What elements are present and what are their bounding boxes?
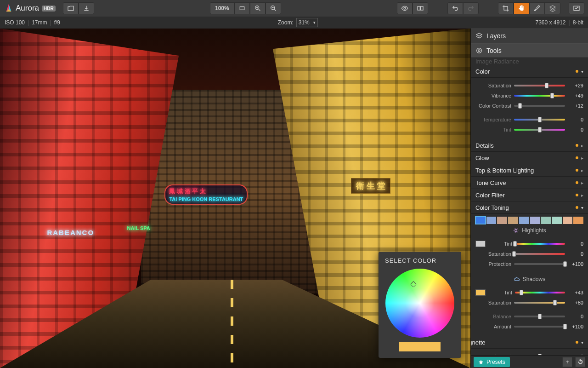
slider-track[interactable] xyxy=(514,299,565,306)
slider-track[interactable] xyxy=(514,82,565,89)
slider-label: Color Contrast xyxy=(475,103,511,109)
hdr-badge: HDR xyxy=(42,6,56,12)
brush-button[interactable] xyxy=(529,2,545,14)
image-canvas[interactable]: TAI PING KOON RESTAURANT RABEANCO 衛 生 堂 … xyxy=(0,29,470,368)
section-colortoning-header[interactable]: Color Toning▾ xyxy=(471,201,588,214)
zoom-100-button[interactable]: 100% xyxy=(210,2,234,14)
sun-icon xyxy=(513,227,519,234)
reset-button[interactable] xyxy=(575,357,585,367)
swatch[interactable] xyxy=(552,217,562,224)
slider-amount: Amount 0 xyxy=(475,351,583,355)
aperture-label: f/9 xyxy=(54,19,60,26)
slider-value: 0 xyxy=(568,117,583,122)
slider-label: Tint xyxy=(488,290,512,295)
layers-button[interactable] xyxy=(545,2,560,14)
slider-label: Saturation xyxy=(475,83,511,88)
fit-button[interactable] xyxy=(234,2,250,14)
undo-button[interactable] xyxy=(447,2,463,14)
dimensions-label: 7360 x 4912 xyxy=(535,19,565,26)
slider-saturation: Saturation 0 xyxy=(475,249,583,259)
zoom-in-button[interactable] xyxy=(250,2,266,14)
highlights-body: Tint 0 Saturation 0 Protection +100 xyxy=(471,236,588,274)
section-colorfilter-header[interactable]: Color Filter▸ xyxy=(471,189,588,201)
history-group xyxy=(447,2,479,14)
section-glow-header[interactable]: Glow▸ xyxy=(471,152,588,164)
slider-value: +12 xyxy=(568,103,583,109)
color-wheel-cursor[interactable] xyxy=(410,281,416,288)
slider-track[interactable] xyxy=(514,126,565,133)
slider-amount: Amount +100 xyxy=(475,322,583,332)
layers-panel-header[interactable]: Layers xyxy=(471,29,588,43)
presets-button[interactable]: Presets xyxy=(474,357,510,367)
section-vignette-header[interactable]: Vignette▾ xyxy=(471,336,588,349)
zoom-select[interactable]: 31%▾ xyxy=(296,18,318,27)
swatch[interactable] xyxy=(519,217,529,224)
shadows-body: Tint +43 Saturation +80 Balance 0 Amount… xyxy=(471,285,588,336)
section-tonecurve-header[interactable]: Tone Curve▸ xyxy=(471,177,588,189)
slider-value: +100 xyxy=(568,324,583,329)
swatch[interactable] xyxy=(573,217,583,224)
slider-track[interactable] xyxy=(514,313,565,320)
slider-value: +29 xyxy=(568,83,583,88)
neon-sign-nailspa: NAIL SPA xyxy=(127,225,150,231)
truncated-section: Image Radiance xyxy=(471,58,588,65)
slider-protection: Protection +100 xyxy=(475,259,583,269)
svg-point-7 xyxy=(477,48,482,53)
bitdepth-label: 8-bit xyxy=(573,19,583,26)
slider-track[interactable] xyxy=(515,289,565,296)
app-logo: Aurora HDR xyxy=(4,3,56,13)
swatch[interactable] xyxy=(475,217,486,224)
slider-track[interactable] xyxy=(514,116,565,123)
slider-track[interactable] xyxy=(515,241,565,247)
slider-tint: Tint 0 xyxy=(475,239,583,249)
compare-button[interactable] xyxy=(413,2,428,14)
section-details-header[interactable]: Details▸ xyxy=(471,139,588,152)
slider-temperature: Temperature 0 xyxy=(475,115,583,125)
zoom-out-button[interactable] xyxy=(266,2,281,14)
slider-balance: Balance 0 xyxy=(475,311,583,322)
preview-button[interactable] xyxy=(397,2,413,14)
slider-label: Vibrance xyxy=(475,93,511,98)
tools-panel-header[interactable]: Tools xyxy=(471,43,588,58)
svg-rect-4 xyxy=(418,6,420,10)
shadows-subheader: Shadows xyxy=(471,274,588,285)
slider-track[interactable] xyxy=(514,261,565,267)
slider-track[interactable] xyxy=(514,92,565,99)
slider-label: Saturation xyxy=(475,300,511,305)
info-bar: ISO 100| 17mm| f/9 Zoom: 31%▾ 7360 x 491… xyxy=(0,17,588,29)
swatch[interactable] xyxy=(530,217,540,224)
section-color-header[interactable]: Color▾ xyxy=(471,65,588,78)
slider-label: Amount xyxy=(475,324,511,329)
panel-footer: Presets + xyxy=(471,355,588,368)
redo-button[interactable] xyxy=(463,2,479,14)
slider-tint: Tint 0 xyxy=(475,125,583,135)
slider-value: +80 xyxy=(568,300,583,305)
svg-rect-0 xyxy=(240,7,244,10)
cloud-icon xyxy=(514,276,520,282)
tint-chip xyxy=(475,289,486,296)
hand-button[interactable] xyxy=(514,2,529,14)
color-wheel[interactable] xyxy=(385,269,454,338)
open-button[interactable] xyxy=(63,2,79,14)
slider-track[interactable] xyxy=(514,323,565,330)
swatch[interactable] xyxy=(541,217,551,224)
neon-sign-restaurant: TAI PING KOON RESTAURANT xyxy=(164,184,248,205)
slider-track[interactable] xyxy=(514,353,565,355)
swatch[interactable] xyxy=(486,217,497,224)
swatch[interactable] xyxy=(497,217,507,224)
add-button[interactable]: + xyxy=(562,357,572,367)
section-topbottom-header[interactable]: Top & Bottom Lighting▸ xyxy=(471,164,588,177)
export-button[interactable] xyxy=(79,2,94,14)
swatch[interactable] xyxy=(508,217,518,224)
right-panel: Layers Tools Image Radiance Color▾ Satur… xyxy=(470,29,588,368)
section-color-body: Saturation +29 Vibrance +49 Color Contra… xyxy=(471,78,588,139)
slider-track[interactable] xyxy=(514,251,565,257)
slider-tint: Tint +43 xyxy=(475,288,583,298)
swatch[interactable] xyxy=(563,217,573,224)
zoom-group: 100% xyxy=(210,2,281,14)
slider-label: Tint xyxy=(488,241,512,247)
crop-button[interactable] xyxy=(498,2,514,14)
svg-point-8 xyxy=(478,50,480,52)
histogram-button[interactable] xyxy=(569,2,584,14)
slider-track[interactable] xyxy=(514,103,565,109)
